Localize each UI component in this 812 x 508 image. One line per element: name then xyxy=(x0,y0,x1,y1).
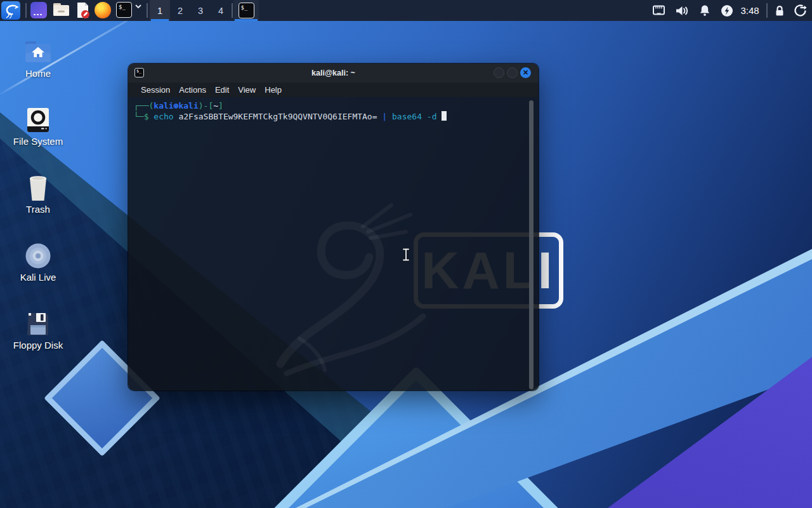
terminal-title: kali@kali: ~ xyxy=(128,64,539,83)
launcher-firefox[interactable] xyxy=(95,2,111,18)
workspace-2[interactable]: 2 xyxy=(170,0,190,21)
lock-icon xyxy=(773,4,787,18)
prompt-frame: )-[ xyxy=(199,101,213,110)
desktop-icon-label: Kali Live xyxy=(5,272,71,283)
panel-separator xyxy=(766,3,768,18)
volume-icon xyxy=(674,3,689,18)
logout-button[interactable] xyxy=(790,0,809,21)
notifications-icon xyxy=(698,4,712,18)
kali-desktop: { "colors": { "accent": "#2f7fe8", "pane… xyxy=(0,0,812,508)
text-editor-icon xyxy=(75,2,91,19)
prompt-user-host: kali⊛kali xyxy=(154,101,198,110)
panel-separator xyxy=(147,3,148,18)
network-tray-button[interactable] xyxy=(648,0,669,21)
panel-separator xyxy=(232,3,233,18)
prompt-frame: ┌──( xyxy=(134,101,154,110)
terminal-content[interactable]: ┌──(kali⊛kali)-[~] └─$ echo a2FsaSBBTEw9… xyxy=(128,97,539,391)
panel-clock[interactable]: 3:48 xyxy=(736,0,764,21)
terminal-window: $_ kali@kali: ~ ✕ Session Actions Edit V… xyxy=(128,64,539,391)
ibeam-cursor xyxy=(401,248,411,262)
kali-menu-icon xyxy=(3,2,19,19)
desktop-icon-kali-live[interactable]: Kali Live xyxy=(5,242,71,283)
minimize-button[interactable] xyxy=(494,67,504,78)
logout-icon xyxy=(793,3,808,18)
notifications-tray-button[interactable] xyxy=(695,0,714,21)
kali-dragon-watermark xyxy=(261,180,464,383)
power-manager-icon xyxy=(720,4,734,18)
top-panel: $_ 1 2 3 4 $_ xyxy=(0,0,812,21)
network-icon xyxy=(652,3,666,18)
workspace-4[interactable]: 4 xyxy=(211,0,231,21)
menu-session[interactable]: Session xyxy=(141,85,170,95)
terminal-scrollbar[interactable] xyxy=(529,100,534,389)
prompt-sigil: └─$ xyxy=(134,112,154,121)
workspace-1[interactable]: 1 xyxy=(150,0,170,21)
workspace-label: 4 xyxy=(218,6,223,16)
desktop-icon-home[interactable]: Home xyxy=(5,38,71,79)
prompt-frame: ] xyxy=(218,101,223,110)
drive-icon xyxy=(24,106,52,134)
desktop-icon-trash[interactable]: Trash xyxy=(5,174,71,215)
firefox-icon xyxy=(95,2,111,18)
prompt-cwd: ~ xyxy=(213,101,218,110)
launcher-terminal[interactable]: $_ xyxy=(116,2,132,18)
settings-app-icon xyxy=(30,2,47,18)
disc-icon xyxy=(24,242,52,270)
desktop-icon-label: Floppy Disk xyxy=(5,340,71,351)
launcher-text-editor[interactable] xyxy=(75,2,91,19)
prompt-line-2: └─$ echo a2FsaSBBTEw9KEFMTCkgTk9QQVNTV0Q… xyxy=(134,111,539,122)
terminal-icon: $_ xyxy=(239,3,254,18)
command-pipe: | xyxy=(382,112,387,121)
menu-help[interactable]: Help xyxy=(265,85,282,95)
command-base64: base64 -d xyxy=(387,112,442,121)
workspace-label: 1 xyxy=(157,6,162,16)
home-folder-icon xyxy=(24,38,52,66)
lock-button[interactable] xyxy=(770,0,789,21)
terminal-titlebar[interactable]: $_ kali@kali: ~ ✕ xyxy=(128,64,539,83)
menu-actions[interactable]: Actions xyxy=(179,85,206,95)
workspace-3[interactable]: 3 xyxy=(190,0,211,21)
terminal-icon: $_ xyxy=(116,2,132,18)
menu-edit[interactable]: Edit xyxy=(215,85,229,95)
command-argument: a2FsaSBBTEw9KEFMTCkgTk9QQVNTV0Q6IEFMTAo= xyxy=(174,112,383,121)
close-button[interactable]: ✕ xyxy=(520,67,531,78)
workspace-label: 3 xyxy=(198,6,203,16)
chevron-down-icon xyxy=(134,2,143,11)
applications-menu-button[interactable] xyxy=(1,1,20,20)
launcher-file-manager[interactable] xyxy=(53,2,70,17)
taskbar-terminal-window[interactable]: $_ xyxy=(233,0,259,21)
volume-tray-button[interactable] xyxy=(671,0,691,21)
desktop-icon-label: Trash xyxy=(5,204,71,215)
trash-icon xyxy=(24,174,52,202)
launcher-dropdown[interactable] xyxy=(134,2,143,11)
floppy-icon xyxy=(24,310,52,338)
desktop-icon-label: File System xyxy=(5,136,71,147)
panel-separator xyxy=(25,3,27,18)
maximize-button[interactable] xyxy=(507,67,518,78)
command-echo: echo xyxy=(154,112,173,121)
workspace-label: 2 xyxy=(178,6,183,16)
desktop-icon-label: Home xyxy=(5,68,71,79)
terminal-menubar: Session Actions Edit View Help xyxy=(128,83,539,97)
desktop-icon-file-system[interactable]: File System xyxy=(5,106,71,147)
power-manager-tray-button[interactable] xyxy=(717,0,737,21)
launcher-settings-app[interactable] xyxy=(30,2,47,18)
file-manager-icon xyxy=(53,2,70,17)
desktop-icon-floppy-disk[interactable]: Floppy Disk xyxy=(5,310,71,351)
prompt-line-1: ┌──(kali⊛kali)-[~] xyxy=(134,101,539,111)
terminal-cursor xyxy=(442,111,447,121)
menu-view[interactable]: View xyxy=(238,85,256,95)
